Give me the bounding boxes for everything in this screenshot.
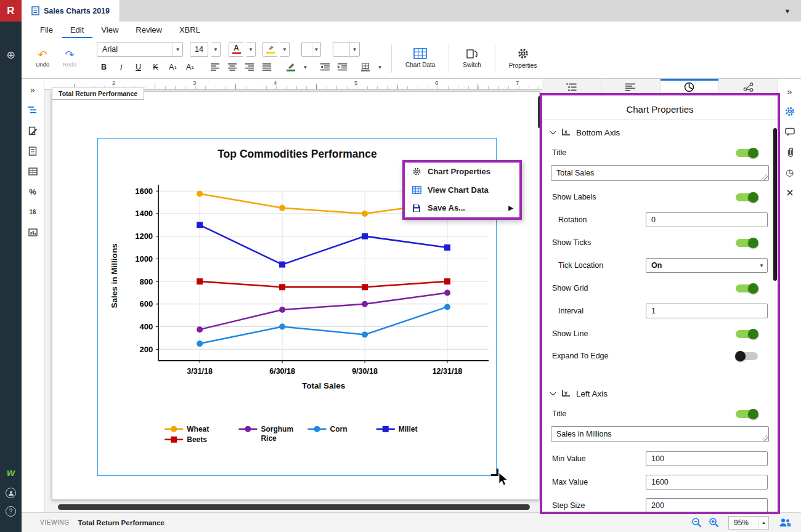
add-circle-icon[interactable]: ⊕ (6, 50, 15, 60)
interval-input[interactable] (646, 304, 768, 318)
align-center-button[interactable] (225, 60, 239, 75)
app-logo[interactable]: R (0, 0, 22, 22)
wdesk-logo-icon[interactable]: w (7, 467, 15, 479)
canvas-vertical-scrollbar[interactable] (538, 96, 542, 128)
menu-file[interactable]: File (31, 23, 62, 38)
history-icon[interactable]: ◷ (784, 166, 796, 179)
show-grid-toggle[interactable] (736, 284, 758, 292)
max-value-row: Max Value (542, 470, 778, 494)
menu-xbrl[interactable]: XBRL (171, 23, 209, 38)
show-line-label: Show Line (552, 329, 588, 338)
left-axis-title-label: Title (552, 409, 566, 418)
style-dropdown-1[interactable]: ▼ (301, 42, 321, 57)
underline-button[interactable]: U (131, 60, 145, 75)
borders-chevron-icon[interactable]: ▼ (375, 60, 384, 75)
properties-button[interactable]: Properties (502, 47, 544, 69)
outdent-button[interactable] (318, 60, 332, 75)
number-format-icon[interactable]: 16 (26, 206, 39, 218)
expand-to-edge-toggle[interactable] (736, 352, 758, 360)
percent-format-icon[interactable]: % (26, 185, 39, 198)
toggle-knob (748, 148, 758, 158)
line-color-button[interactable] (284, 60, 298, 75)
bottom-axis-title-input[interactable] (551, 165, 769, 181)
redo-button[interactable]: ↷Redo (57, 49, 82, 68)
tab-chart-properties[interactable] (661, 79, 720, 95)
tick-location-select[interactable]: On ▼ (646, 258, 768, 273)
show-ticks-toggle[interactable] (736, 239, 758, 247)
spreadsheet-icon[interactable] (26, 165, 39, 177)
help-icon[interactable]: ? (6, 506, 16, 517)
tab-connections[interactable] (719, 79, 778, 95)
borders-button[interactable] (359, 60, 372, 75)
panel-vertical-scrollbar[interactable] (773, 128, 777, 281)
min-value-input[interactable] (646, 451, 768, 466)
document-tab[interactable]: Sales Charts 2019 (22, 0, 120, 22)
rotation-input[interactable] (646, 212, 768, 227)
strikethrough-button[interactable]: K (148, 60, 163, 75)
tab-outline[interactable] (542, 79, 601, 95)
max-value-input[interactable] (646, 475, 768, 490)
indent-button[interactable] (335, 60, 349, 75)
account-icon[interactable] (6, 488, 16, 498)
align-right-button[interactable] (242, 60, 256, 75)
undo-button[interactable]: ↶Undo (30, 49, 55, 68)
bottom-axis-section-header[interactable]: x Bottom Axis (542, 123, 778, 142)
highlight-button[interactable] (262, 42, 277, 57)
align-left-button[interactable] (208, 60, 222, 75)
step-size-input[interactable] (646, 498, 768, 512)
tab-overflow-chevron-icon[interactable]: ▼ (774, 0, 801, 22)
outline-view-icon[interactable] (26, 104, 39, 116)
menu-edit[interactable]: Edit (62, 23, 92, 38)
bottom-axis-title-toggle[interactable] (736, 149, 758, 157)
context-menu-view-chart-data[interactable]: View Chart Data (405, 181, 519, 200)
subscript-button[interactable]: A1 (183, 60, 197, 75)
superscript-button[interactable]: A1 (166, 60, 180, 75)
left-axis-section-header[interactable]: y Left Axis (542, 384, 778, 403)
bold-button[interactable]: B (97, 60, 111, 75)
attachment-icon[interactable] (784, 146, 796, 158)
align-justify-button[interactable] (259, 60, 274, 75)
context-menu-chart-properties[interactable]: Chart Properties (405, 163, 519, 181)
document-outline-icon[interactable] (26, 145, 39, 157)
horizontal-scrollbar[interactable] (58, 504, 530, 510)
font-size-chevron-icon[interactable]: ▼ (211, 42, 221, 57)
left-axis-title-toggle[interactable] (736, 410, 758, 418)
collaborators-button[interactable] (778, 516, 792, 530)
clear-formatting-icon[interactable] (784, 187, 796, 199)
grid-icon (411, 186, 422, 194)
tab-text-properties[interactable] (601, 79, 661, 95)
show-labels-toggle[interactable] (736, 193, 758, 201)
resize-grip-icon[interactable] (762, 435, 768, 441)
comments-icon[interactable] (784, 126, 796, 138)
menu-view[interactable]: View (92, 23, 127, 38)
toggle-knob (748, 238, 758, 248)
zoom-in-button[interactable] (706, 516, 721, 530)
highlight-chevron-icon[interactable]: ▼ (280, 42, 290, 57)
min-value-row: Min Value (542, 447, 778, 470)
line-color-chevron-icon[interactable]: ▼ (301, 60, 310, 75)
show-line-toggle[interactable] (736, 330, 758, 338)
switch-button[interactable]: Switch (456, 48, 487, 68)
chart-tool-icon[interactable] (26, 226, 39, 238)
chart-data-button[interactable]: Chart Data (399, 48, 442, 68)
resize-grip-icon[interactable] (762, 174, 768, 180)
italic-button[interactable]: I (114, 60, 128, 75)
left-axis-title-input[interactable] (551, 426, 769, 442)
zoom-level-select[interactable]: 95% ▲ (728, 516, 769, 530)
text-color-button[interactable]: A (229, 42, 243, 57)
bottom-axis-title-label: Title (552, 148, 566, 157)
annotation-icon[interactable] (26, 124, 39, 137)
font-size-select[interactable]: 14 (190, 42, 208, 57)
context-menu-save-as[interactable]: Save As... ▶ (405, 199, 519, 217)
app-logo-letter: R (7, 5, 14, 17)
text-color-chevron-icon[interactable]: ▼ (246, 42, 256, 57)
chart-resize-handle[interactable] (491, 469, 498, 476)
settings-gear-icon[interactable] (784, 105, 796, 118)
style-dropdown-2[interactable]: ▼ (333, 42, 360, 57)
collapse-panel-icon[interactable]: » (26, 84, 39, 96)
zoom-out-button[interactable] (689, 516, 704, 530)
section-tab[interactable]: Total Return Performance (52, 87, 144, 100)
menu-review[interactable]: Review (127, 23, 171, 38)
font-family-select[interactable]: Arial▼ (97, 42, 183, 57)
collapse-panel-icon[interactable]: » (784, 85, 796, 97)
